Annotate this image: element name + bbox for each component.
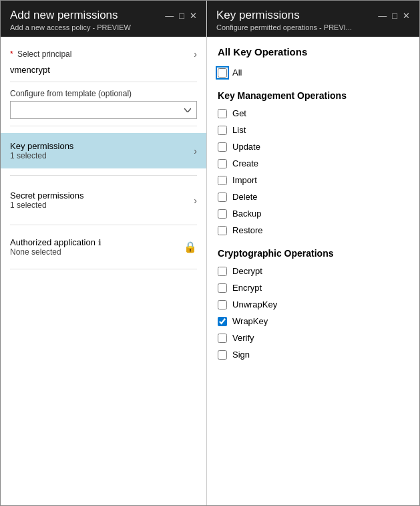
left-header-controls: — □ ✕ [165, 11, 197, 21]
checkbox-list[interactable]: List [218, 122, 409, 138]
checkbox-create-input[interactable] [218, 159, 227, 168]
info-icon: ℹ [98, 238, 101, 247]
checkbox-update[interactable]: Update [218, 138, 409, 155]
checkbox-import[interactable]: Import [218, 172, 409, 188]
left-panel: Add new permissions — □ ✕ Add a new acce… [1, 1, 207, 505]
checkbox-wrapkey-input[interactable] [218, 317, 227, 326]
checkbox-backup-label: Backup [232, 209, 261, 219]
key-permissions-row[interactable]: Key permissions 1 selected › [1, 133, 206, 168]
left-panel-header: Add new permissions — □ ✕ Add a new acce… [1, 1, 206, 37]
checkbox-delete[interactable]: Delete [218, 188, 409, 205]
key-management-title: Key Management Operations [218, 90, 409, 101]
secret-permissions-row[interactable]: Secret permissions 1 selected › [10, 182, 197, 218]
principal-value: vmencrypt [10, 65, 197, 75]
left-panel-content: * Select principal › vmencrypt Configure… [1, 37, 206, 505]
authorized-app-row: Authorized application ℹ None selected 🔒 [10, 232, 197, 262]
checkbox-create[interactable]: Create [218, 155, 409, 172]
minimize-button-left[interactable]: — [165, 11, 174, 21]
left-panel-subtitle: Add a new access policy - PREVIEW [10, 23, 197, 31]
right-panel-title: Key permissions [216, 9, 300, 22]
checkbox-restore-label: Restore [232, 225, 263, 235]
checkbox-decrypt-label: Decrypt [232, 266, 262, 276]
secret-permissions-chevron[interactable]: › [194, 195, 197, 206]
checkbox-list-label: List [232, 125, 246, 135]
checkbox-import-input[interactable] [218, 176, 227, 185]
left-panel-title: Add new permissions [10, 9, 118, 22]
checkbox-update-input[interactable] [218, 142, 227, 152]
maximize-button-right[interactable]: □ [392, 11, 397, 21]
minimize-button-right[interactable]: — [378, 11, 387, 21]
template-label: Configure from template (optional) [10, 89, 197, 98]
checkbox-verify[interactable]: Verify [218, 330, 409, 346]
authorized-app-label: Authorized application [10, 237, 95, 247]
divider-4 [10, 225, 197, 225]
right-panel-header: Key permissions — □ ✕ Configure permitte… [207, 1, 419, 37]
required-star: * [10, 49, 13, 59]
template-field: Configure from template (optional) [10, 89, 197, 119]
checkbox-create-label: Create [232, 158, 258, 168]
checkbox-all-input[interactable] [218, 68, 227, 78]
checkbox-all[interactable]: All [218, 64, 409, 81]
close-button-right[interactable]: ✕ [403, 11, 410, 21]
key-permissions-label: Key permissions [10, 141, 73, 151]
principal-label: Select principal [17, 49, 71, 59]
checkbox-all-label: All [232, 68, 242, 78]
principal-field: * Select principal › vmencrypt [10, 46, 197, 75]
right-panel: Key permissions — □ ✕ Configure permitte… [207, 1, 419, 505]
authorized-app-value: None selected [10, 247, 101, 257]
close-button-left[interactable]: ✕ [190, 11, 197, 21]
lock-icon: 🔒 [184, 241, 197, 253]
checkbox-restore-input[interactable] [218, 226, 227, 235]
checkbox-unwrapkey-label: UnwrapKey [232, 299, 277, 309]
checkbox-wrapkey-label: WrapKey [232, 316, 268, 326]
checkbox-backup-input[interactable] [218, 209, 227, 219]
checkbox-list-input[interactable] [218, 126, 227, 135]
checkbox-encrypt-input[interactable] [218, 283, 227, 293]
right-panel-content: All Key Operations All Key Management Op… [207, 37, 419, 505]
checkbox-wrapkey[interactable]: WrapKey [218, 313, 409, 330]
checkbox-unwrapkey-input[interactable] [218, 300, 227, 309]
checkbox-import-label: Import [232, 175, 257, 185]
checkbox-encrypt[interactable]: Encrypt [218, 279, 409, 296]
checkbox-update-label: Update [232, 142, 260, 152]
checkbox-sign-label: Sign [232, 350, 250, 360]
divider-2 [10, 126, 197, 126]
checkbox-delete-label: Delete [232, 192, 258, 202]
divider-5 [10, 269, 197, 269]
divider-1 [10, 82, 197, 82]
checkbox-backup[interactable]: Backup [218, 205, 409, 222]
all-operations-title: All Key Operations [218, 46, 409, 57]
checkbox-get-input[interactable] [218, 109, 227, 118]
maximize-button-left[interactable]: □ [179, 11, 184, 21]
secret-permissions-value: 1 selected [10, 201, 84, 210]
checkbox-decrypt[interactable]: Decrypt [218, 263, 409, 279]
key-permissions-value: 1 selected [10, 151, 73, 160]
checkbox-get[interactable]: Get [218, 105, 409, 122]
checkbox-decrypt-input[interactable] [218, 267, 227, 276]
key-permissions-chevron[interactable]: › [194, 146, 197, 156]
principal-chevron[interactable]: › [194, 49, 197, 59]
checkbox-sign-input[interactable] [218, 350, 227, 360]
checkbox-get-label: Get [232, 108, 246, 118]
right-header-controls: — □ ✕ [378, 11, 410, 21]
checkbox-verify-label: Verify [232, 333, 254, 343]
right-panel-subtitle: Configure permitted operations - PREVI..… [216, 23, 410, 31]
checkbox-restore[interactable]: Restore [218, 222, 409, 239]
checkbox-verify-input[interactable] [218, 334, 227, 343]
checkbox-unwrapkey[interactable]: UnwrapKey [218, 296, 409, 313]
cryptographic-title: Cryptographic Operations [218, 248, 409, 259]
checkbox-sign[interactable]: Sign [218, 346, 409, 363]
secret-permissions-label: Secret permissions [10, 191, 84, 201]
divider-3 [10, 175, 197, 176]
checkbox-encrypt-label: Encrypt [232, 283, 262, 293]
template-select[interactable] [10, 101, 197, 119]
checkbox-delete-input[interactable] [218, 193, 227, 202]
